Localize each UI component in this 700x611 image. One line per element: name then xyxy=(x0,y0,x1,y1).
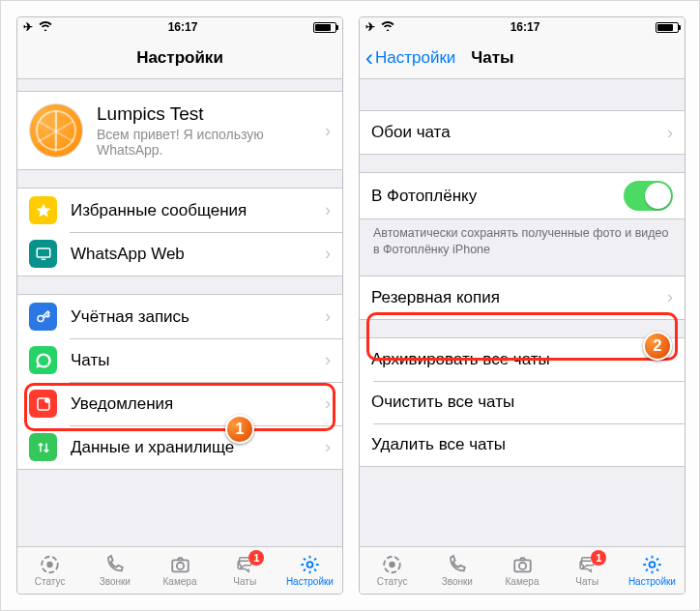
tab-settings-label: Настройки xyxy=(286,576,334,587)
backup-cell[interactable]: Резервная копия › xyxy=(360,276,685,319)
battery-icon xyxy=(313,22,336,33)
account-label: Учётная запись xyxy=(71,307,190,327)
svg-point-2 xyxy=(38,315,44,321)
nav-title: Настройки xyxy=(17,48,342,68)
tab-camera-label: Камера xyxy=(506,576,540,587)
status-time: 16:17 xyxy=(510,20,540,34)
desktop-icon xyxy=(29,240,57,268)
nav-bar: Настройки xyxy=(17,37,342,79)
camera-roll-cell[interactable]: В Фотоплёнку xyxy=(360,173,685,218)
tab-calls[interactable]: Звонки xyxy=(424,547,489,594)
tab-settings-label: Настройки xyxy=(628,576,676,587)
tab-chats[interactable]: 1 Чаты xyxy=(555,547,620,594)
status-bar: ✈ 16:17 xyxy=(17,17,342,37)
profile-status: Всем привет! Я использую WhatsApp. xyxy=(97,127,325,158)
wallpaper-cell[interactable]: Обои чата › xyxy=(360,111,685,154)
tab-bar: Статус Звонки Камера 1 Чаты Настройки xyxy=(17,546,342,594)
tab-bar: Статус Звонки Камера 1 Чаты Настройки xyxy=(360,546,685,594)
content-area: Обои чата › В Фотоплёнку Автоматически с… xyxy=(360,79,685,546)
key-icon xyxy=(29,303,57,331)
back-label: Настройки xyxy=(375,48,455,68)
chevron-right-icon: › xyxy=(325,350,331,370)
camera-roll-label: В Фотоплёнку xyxy=(371,187,477,206)
chats-cell[interactable]: Чаты › xyxy=(17,338,342,382)
status-icon xyxy=(380,554,404,575)
tab-calls-label: Звонки xyxy=(442,576,473,587)
phone-icon xyxy=(102,554,127,575)
svg-rect-0 xyxy=(37,248,50,257)
phone-icon xyxy=(445,554,469,575)
airplane-mode-icon: ✈ xyxy=(365,20,375,34)
data-cell[interactable]: Данные и хранилище › xyxy=(17,425,342,469)
chevron-right-icon: › xyxy=(325,121,331,141)
profile-cell[interactable]: Lumpics Test Всем привет! Я использую Wh… xyxy=(17,92,342,169)
chevron-right-icon: › xyxy=(667,123,673,143)
chats-label: Чаты xyxy=(71,351,109,370)
chevron-right-icon: › xyxy=(325,393,331,414)
svg-point-14 xyxy=(649,562,655,567)
status-bar: ✈ 16:17 xyxy=(360,17,685,37)
svg-rect-1 xyxy=(41,258,45,260)
profile-name: Lumpics Test xyxy=(97,103,325,125)
chevron-right-icon: › xyxy=(667,287,673,307)
tab-status[interactable]: Статус xyxy=(360,547,424,594)
svg-point-4 xyxy=(44,397,49,402)
airplane-mode-icon: ✈ xyxy=(23,20,33,34)
chevron-right-icon: › xyxy=(325,437,331,457)
nav-bar: ‹ Настройки Чаты xyxy=(360,37,685,79)
camera-roll-footer: Автоматически сохранять полученные фото … xyxy=(360,219,685,258)
wallpaper-label: Обои чата xyxy=(371,123,451,142)
svg-point-8 xyxy=(176,563,183,569)
camera-icon xyxy=(168,554,192,575)
status-icon xyxy=(38,554,62,575)
tab-camera[interactable]: Камера xyxy=(147,547,212,594)
nav-title: Чаты xyxy=(471,48,513,68)
chevron-right-icon: › xyxy=(325,200,331,220)
tab-settings[interactable]: Настройки xyxy=(277,547,342,594)
whatsapp-web-cell[interactable]: WhatsApp Web › xyxy=(17,232,342,276)
tab-settings[interactable]: Настройки xyxy=(620,547,685,594)
tab-status[interactable]: Статус xyxy=(17,547,82,594)
svg-point-13 xyxy=(518,563,525,569)
wifi-icon xyxy=(381,20,394,34)
chats-badge: 1 xyxy=(591,550,606,566)
chevron-right-icon: › xyxy=(325,306,331,327)
tab-calls[interactable]: Звонки xyxy=(82,547,147,594)
tab-camera[interactable]: Камера xyxy=(489,547,554,594)
svg-point-11 xyxy=(389,562,394,567)
chats-badge: 1 xyxy=(248,550,264,566)
archive-all-cell[interactable]: Архивировать все чаты xyxy=(360,338,685,381)
avatar xyxy=(29,103,83,158)
chevron-right-icon: › xyxy=(325,244,331,264)
web-label: WhatsApp Web xyxy=(71,245,185,264)
delete-all-cell[interactable]: Удалить все чаты xyxy=(360,423,685,466)
star-icon xyxy=(29,196,57,224)
chevron-left-icon: ‹ xyxy=(365,46,373,70)
tab-status-label: Статус xyxy=(35,576,66,587)
phone-chats-settings: ✈ 16:17 ‹ Настройки Чаты Обои чата › xyxy=(359,16,685,595)
notifications-label: Уведомления xyxy=(71,394,173,414)
account-cell[interactable]: Учётная запись › xyxy=(17,295,342,338)
clear-all-label: Очистить все чаты xyxy=(371,393,514,412)
status-time: 16:17 xyxy=(168,20,198,34)
gear-icon xyxy=(640,554,664,575)
tab-calls-label: Звонки xyxy=(100,576,131,587)
archive-all-label: Архивировать все чаты xyxy=(371,350,550,369)
data-label: Данные и хранилище xyxy=(71,438,234,457)
content-area: Lumpics Test Всем привет! Я использую Wh… xyxy=(17,79,342,546)
tab-chats-label: Чаты xyxy=(233,576,256,587)
camera-roll-toggle[interactable] xyxy=(624,181,673,211)
delete-all-label: Удалить все чаты xyxy=(371,435,506,454)
phone-settings-root: ✈ 16:17 Настройки Lump xyxy=(16,16,343,595)
back-button[interactable]: ‹ Настройки xyxy=(365,46,455,70)
starred-label: Избранные сообщения xyxy=(71,201,247,220)
svg-point-6 xyxy=(46,562,52,567)
camera-icon xyxy=(510,554,535,575)
wifi-icon xyxy=(39,20,52,34)
notifications-cell[interactable]: Уведомления › xyxy=(17,382,342,425)
starred-messages-cell[interactable]: Избранные сообщения › xyxy=(17,189,342,232)
tab-chats[interactable]: 1 Чаты xyxy=(213,547,277,594)
clear-all-cell[interactable]: Очистить все чаты xyxy=(360,381,685,423)
notification-icon xyxy=(29,390,57,418)
gear-icon xyxy=(298,554,322,575)
